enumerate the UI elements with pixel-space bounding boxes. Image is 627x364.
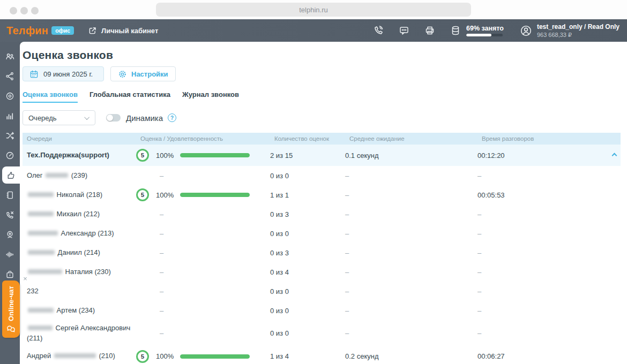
talk-time: 00:05:53 <box>477 191 604 199</box>
redacted-text <box>28 308 54 313</box>
date-picker[interactable]: 09 июня 2025 г. <box>23 66 104 81</box>
rating-badge: 5 <box>136 350 149 363</box>
avg-wait: – <box>345 172 477 180</box>
chat-messages-icon[interactable] <box>399 25 409 36</box>
collapse-chevron-icon[interactable] <box>612 153 617 158</box>
sidebar-item-records[interactable] <box>0 245 20 264</box>
row-name: Александр (213) <box>23 225 136 242</box>
avg-wait: – <box>345 329 477 337</box>
rating-cell: – <box>136 210 270 218</box>
settings-button[interactable]: Настройки <box>110 66 176 81</box>
talk-time: – <box>477 268 604 276</box>
talk-time: 00:06:27 <box>477 352 604 360</box>
sidebar-item-journal[interactable] <box>0 185 20 205</box>
window-minimize-button[interactable] <box>20 7 28 14</box>
telphin-logo[interactable]: Телфин <box>6 25 48 37</box>
online-chat-tab[interactable]: Online-чат <box>2 280 20 338</box>
row-name: Артем (234) <box>23 302 136 319</box>
sidebar-item-speed[interactable] <box>0 146 20 165</box>
chat-close-button[interactable]: × <box>21 275 29 283</box>
rating-cell: – <box>136 329 270 337</box>
usage-progress-bar <box>466 34 503 36</box>
rating-cell: – <box>136 230 270 238</box>
rating-empty: – <box>160 329 163 337</box>
tab-call-log[interactable]: Журнал звонков <box>182 90 239 103</box>
row-name: Наталия (230) <box>23 264 136 280</box>
talk-time: – <box>477 249 604 257</box>
sidebar-item-call-ratings[interactable] <box>2 166 20 184</box>
rating-empty: – <box>160 307 163 315</box>
address-bar[interactable]: telphin.ru <box>156 3 471 17</box>
redacted-text <box>28 231 58 236</box>
help-icon[interactable]: ? <box>168 113 176 122</box>
queue-select-value: Очередь <box>28 114 57 122</box>
sidebar-item-routing[interactable] <box>0 126 20 146</box>
tab-call-ratings[interactable]: Оценка звонков <box>23 90 78 103</box>
phone-icon[interactable] <box>373 25 384 36</box>
satisfaction-bar <box>180 354 250 359</box>
disk-usage-widget[interactable]: 69% занято <box>450 25 504 36</box>
ratings-count: 0 из 3 <box>270 210 345 218</box>
personal-cabinet-link[interactable]: Личный кабинет <box>88 26 158 35</box>
row-name: Андрей (210) <box>23 348 136 364</box>
bar-chart-icon <box>7 113 12 119</box>
user-login-label: test_read_only / Read Only <box>537 23 619 31</box>
sidebar-item-network[interactable] <box>0 66 20 86</box>
column-header-1: Оценка / Удовлетворенность <box>136 133 270 144</box>
avg-wait: – <box>345 249 477 257</box>
page-title: Оценка звонков <box>23 49 621 62</box>
avg-wait: – <box>345 210 477 218</box>
thumbs-up-icon <box>8 172 13 178</box>
window-controls[interactable] <box>10 7 39 14</box>
chat-bubbles-icon <box>6 324 16 334</box>
window-zoom-button[interactable] <box>31 7 39 14</box>
rating-badge: 5 <box>136 149 149 162</box>
column-header-3: Среднее ожидание <box>345 133 477 144</box>
chevron-down-icon <box>84 115 89 120</box>
satisfaction-bar <box>180 193 250 197</box>
row-name: 232 <box>23 283 136 300</box>
sidebar-item-webcam[interactable] <box>0 225 20 245</box>
webcam-icon <box>8 232 12 237</box>
table-row: 232–0 из 0–– <box>23 282 621 301</box>
sidebar-item-missed-calls[interactable] <box>0 205 20 225</box>
ratings-count: 0 из 4 <box>270 268 345 276</box>
talk-time: – <box>477 287 604 295</box>
satisfaction-percent: 100% <box>156 151 174 160</box>
external-link-icon <box>88 26 97 35</box>
tab-global-statistics[interactable]: Глобальная статистика <box>89 90 170 103</box>
user-account-menu[interactable]: test_read_only / Read Only 963 668,33 ₽ <box>520 23 619 39</box>
main-content: Оценка звонков 09 июня 2025 г. <box>20 42 627 364</box>
rating-cell: – <box>136 172 270 180</box>
table-row[interactable]: Тех.Поддержка(support)5100%2 из 150.1 се… <box>23 145 621 166</box>
browser-chrome: telphin.ru <box>0 0 627 19</box>
table-row: Даниил (214)–0 из 3–– <box>23 243 621 262</box>
sidebar-item-statistics[interactable] <box>0 106 20 126</box>
dynamics-toggle[interactable] <box>106 114 121 122</box>
sidebar-item-team[interactable] <box>0 47 20 66</box>
rating-empty: – <box>160 268 163 276</box>
printer-icon[interactable] <box>424 25 435 36</box>
ratings-count: 0 из 0 <box>270 287 345 295</box>
ratings-count: 1 из 1 <box>270 191 345 199</box>
talk-time: – <box>477 210 604 218</box>
rating-empty: – <box>160 287 163 295</box>
ratings-count: 1 из 4 <box>270 352 345 360</box>
sidebar-item-targets[interactable] <box>0 86 20 106</box>
rating-cell: 5100% <box>136 188 270 201</box>
column-header-2: Количество оценок <box>270 133 345 144</box>
window-close-button[interactable] <box>10 7 17 14</box>
rating-empty: – <box>160 172 163 180</box>
avg-wait: 0.2 секунд <box>345 352 477 360</box>
row-name: Николай (218) <box>23 187 136 203</box>
talk-time: – <box>477 172 604 180</box>
user-avatar-icon <box>520 25 532 37</box>
avg-wait: – <box>345 287 477 295</box>
table-row: Александр (213)–0 из 0–– <box>23 224 621 243</box>
satisfaction-percent: 100% <box>156 352 174 360</box>
column-header-4: Время разговоров <box>477 133 604 144</box>
queue-select[interactable]: Очередь <box>23 110 95 125</box>
rating-empty: – <box>160 230 163 238</box>
talk-time: – <box>477 329 604 337</box>
row-name: Олег (239) <box>23 168 136 184</box>
